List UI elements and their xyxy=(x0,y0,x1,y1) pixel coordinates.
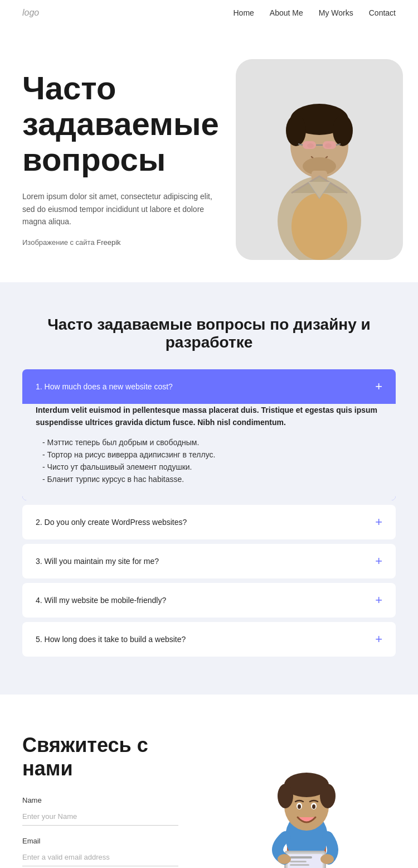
contact-title: Свяжитесь с нами xyxy=(22,734,201,780)
svg-point-5 xyxy=(286,115,306,146)
faq-header-3[interactable]: 3. Will you maintain my site for me? + xyxy=(22,544,396,578)
faq-icon-5: + xyxy=(375,633,382,645)
hero-section: Часто задаваемые вопросы Lorem ipsum dol… xyxy=(0,26,418,282)
faq-question-4: 4. Will my website be mobile-friendly? xyxy=(36,596,166,605)
name-field-group: Name xyxy=(22,796,201,826)
faq-body-1: Interdum velit euismod in pellentesque m… xyxy=(22,404,396,500)
faq-list-item-1-3: Чисто ут фальшивый элемент подушки. xyxy=(36,462,382,471)
nav-contact[interactable]: Contact xyxy=(369,8,396,17)
svg-rect-36 xyxy=(290,864,309,866)
hero-person-svg xyxy=(236,59,403,260)
faq-icon-4: + xyxy=(375,594,382,606)
faq-header-2[interactable]: 2. Do you only create WordPress websites… xyxy=(22,505,396,539)
faq-section: Часто задаваемые вопросы по дизайну и ра… xyxy=(0,282,418,695)
nav-works[interactable]: My Works xyxy=(319,8,353,17)
svg-point-2 xyxy=(291,193,347,260)
name-input[interactable] xyxy=(22,808,178,826)
faq-item-3: 3. Will you maintain my site for me? + xyxy=(22,544,396,578)
contact-section: Свяжитесь с нами Name Email ПРЕДСТАВЛЯТЬ… xyxy=(0,695,418,868)
faq-question-2: 2. Do you only create WordPress websites… xyxy=(36,518,187,527)
name-label: Name xyxy=(22,796,201,804)
svg-point-6 xyxy=(333,115,353,146)
nav-links: Home About Me My Works Contact xyxy=(233,8,396,17)
contact-form-area: Свяжитесь с нами Name Email ПРЕДСТАВЛЯТЬ… xyxy=(22,734,201,868)
faq-answer-bold-1: Interdum velit euismod in pellentesque m… xyxy=(36,404,382,429)
svg-point-37 xyxy=(278,854,291,864)
faq-header-1[interactable]: 1. How much does a new website cost? + xyxy=(22,369,396,404)
svg-point-47 xyxy=(312,804,315,809)
faq-list-item-1-4: Бланит турпис курсус в hac habitasse. xyxy=(36,475,382,484)
nav-about[interactable]: About Me xyxy=(270,8,303,17)
faq-icon-1: + xyxy=(375,380,382,393)
svg-point-38 xyxy=(320,854,334,864)
hero-description: Lorem ipsum dolor sit amet, consectetur … xyxy=(22,190,219,228)
faq-header-4[interactable]: 4. Will my website be mobile-friendly? + xyxy=(22,583,396,618)
faq-item-2: 2. Do you only create WordPress websites… xyxy=(22,505,396,539)
faq-answer-list-1: Мэттис теперь был добрым и свободным. То… xyxy=(36,438,382,484)
svg-point-46 xyxy=(298,804,301,809)
nav-home[interactable]: Home xyxy=(233,8,254,17)
svg-point-43 xyxy=(320,784,336,808)
faq-question-1: 1. How much does a new website cost? xyxy=(36,382,173,391)
faq-header-5[interactable]: 5. How long does it take to build a webs… xyxy=(22,622,396,657)
hero-freepik-link[interactable]: Freepik xyxy=(96,238,120,247)
email-label: Email xyxy=(22,837,201,845)
svg-rect-35 xyxy=(290,861,307,862)
faq-question-3: 3. Will you maintain my site for me? xyxy=(36,557,159,566)
navbar: logo Home About Me My Works Contact xyxy=(0,0,418,26)
faq-title: Часто задаваемые вопросы по дизайну и ра… xyxy=(22,316,396,351)
svg-rect-10 xyxy=(323,141,336,149)
hero-text: Часто задаваемые вопросы Lorem ipsum dol… xyxy=(22,59,219,257)
svg-rect-9 xyxy=(303,141,316,149)
email-input[interactable] xyxy=(22,848,178,866)
logo: logo xyxy=(22,8,39,18)
hero-title: Часто задаваемые вопросы xyxy=(22,70,219,177)
faq-item-5: 5. How long does it take to build a webs… xyxy=(22,622,396,657)
email-field-group: Email xyxy=(22,837,201,866)
faq-icon-2: + xyxy=(375,516,382,528)
hero-image-credit: Изображение с сайта Freepik xyxy=(22,237,219,249)
faq-icon-3: + xyxy=(375,555,382,567)
contact-illustration xyxy=(217,734,396,868)
faq-item-1: 1. How much does a new website cost? + I… xyxy=(22,369,396,500)
faq-item-4: 4. Will my website be mobile-friendly? + xyxy=(22,583,396,618)
faq-question-5: 5. How long does it take to build a webs… xyxy=(36,635,186,644)
contact-person-svg xyxy=(240,734,373,868)
hero-image-container xyxy=(236,59,403,260)
svg-rect-34 xyxy=(290,856,312,859)
faq-list-item-1-2: Тортор на рисус виверра адиписзинг в тел… xyxy=(36,450,382,459)
faq-list-item-1-1: Мэттис теперь был добрым и свободным. xyxy=(36,438,382,447)
hero-photo xyxy=(236,59,403,260)
svg-point-42 xyxy=(278,784,293,808)
